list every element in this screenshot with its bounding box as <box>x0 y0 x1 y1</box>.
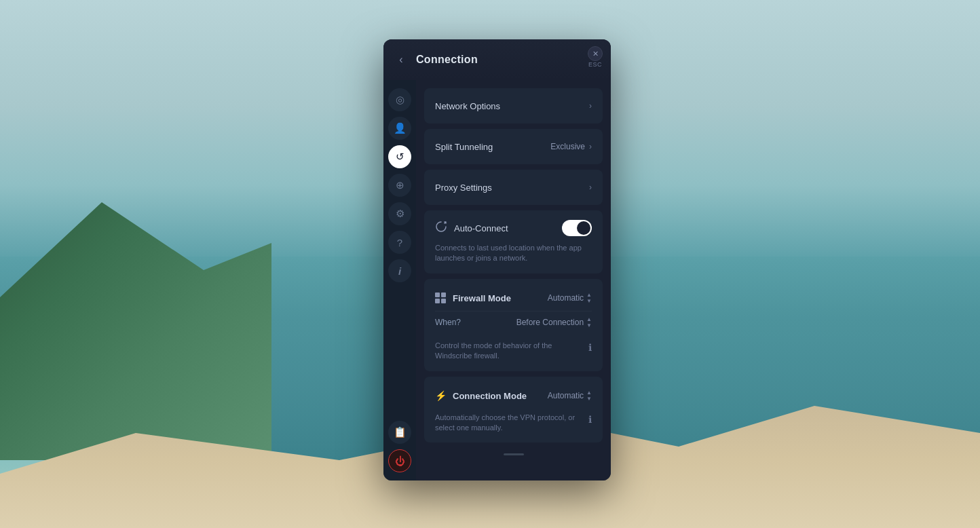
scroll-indicator <box>424 448 603 456</box>
scroll-dot <box>504 453 524 455</box>
auto-connect-icon <box>435 221 447 235</box>
connection-mode-card: ⚡ Connection Mode Automatic ▲ ▼ Automati… <box>424 377 603 443</box>
firewall-when-label: When? <box>435 318 461 327</box>
power-button[interactable]: ⏻ <box>388 449 411 472</box>
firewall-value: Automatic <box>548 293 584 303</box>
split-tunneling-item[interactable]: Split Tunneling Exclusive › <box>424 129 603 164</box>
content-area: ◎ 👤 ↺ ⊕ ⚙ ? i 📋 <box>383 80 611 480</box>
app-window: ‹ Connection ✕ ESC ◎ 👤 ↺ ⊕ ⚙ <box>383 39 611 480</box>
sidebar-item-account[interactable]: 👤 <box>388 117 411 140</box>
connection-mode-stepper[interactable]: ▲ ▼ <box>586 390 592 402</box>
firewall-when-value: Before Connection <box>516 318 584 327</box>
settings-icon: ⚙ <box>396 208 404 220</box>
globe-icon: ⊕ <box>396 179 404 191</box>
sidebar-item-settings[interactable]: ⚙ <box>388 202 411 225</box>
connection-mode-value-row[interactable]: Automatic ▲ ▼ <box>548 390 592 402</box>
firewall-description: Control the mode of behavior of the Wind… <box>435 341 583 362</box>
split-tunneling-value: Exclusive <box>550 142 585 151</box>
firewall-label: Firewall Mode <box>453 293 511 303</box>
network-options-right: › <box>589 101 592 111</box>
auto-connect-label-row: Auto-Connect <box>435 221 508 235</box>
sidebar-item-connection[interactable]: ↺ <box>388 145 411 168</box>
esc-label: ESC <box>588 61 602 68</box>
firewall-when-row: When? Before Connection ▲ ▼ <box>435 311 592 334</box>
network-options-label: Network Options <box>435 101 500 111</box>
firewall-value-row[interactable]: Automatic ▲ ▼ <box>548 293 592 304</box>
firewall-card: Firewall Mode Automatic ▲ ▼ When? Before… <box>424 279 603 371</box>
account-icon: 👤 <box>394 122 407 134</box>
toggle-knob <box>577 221 590 235</box>
power-icon: ⏻ <box>395 455 405 467</box>
network-options-item[interactable]: Network Options › <box>424 88 603 124</box>
sidebar-item-info[interactable]: i <box>388 259 411 282</box>
firewall-when-stepper[interactable]: ▲ ▼ <box>586 317 592 328</box>
clipboard-icon: 📋 <box>394 426 407 438</box>
connection-mode-description-row: Automatically choose the VPN protocol, o… <box>435 413 592 434</box>
connection-mode-description: Automatically choose the VPN protocol, o… <box>435 413 583 434</box>
sidebar-item-clipboard[interactable]: 📋 <box>388 421 411 444</box>
back-button[interactable]: ‹ <box>392 50 411 69</box>
sidebar-item-help[interactable]: ? <box>388 231 411 254</box>
proxy-settings-label: Proxy Settings <box>435 183 492 193</box>
split-tunneling-right: Exclusive › <box>550 142 592 151</box>
main-panel: Network Options › Split Tunneling Exclus… <box>416 80 611 480</box>
connection-mode-row: ⚡ Connection Mode Automatic ▲ ▼ <box>435 386 592 406</box>
proxy-settings-right: › <box>589 183 592 192</box>
auto-connect-label: Auto-Connect <box>454 223 508 233</box>
connection-mode-info-icon[interactable]: ℹ <box>588 413 592 427</box>
proxy-settings-item[interactable]: Proxy Settings › <box>424 170 603 205</box>
firewall-icon <box>435 293 446 303</box>
sidebar: ◎ 👤 ↺ ⊕ ⚙ ? i 📋 <box>383 80 416 480</box>
firewall-when-value-row[interactable]: Before Connection ▲ ▼ <box>516 317 592 328</box>
location-icon: ◎ <box>396 94 404 106</box>
close-button[interactable]: ✕ <box>588 46 603 61</box>
connection-mode-label-row: ⚡ Connection Mode <box>435 390 527 401</box>
split-tunneling-label: Split Tunneling <box>435 142 493 152</box>
auto-connect-row: Auto-Connect <box>435 220 592 236</box>
help-icon: ? <box>397 237 402 248</box>
firewall-stepper[interactable]: ▲ ▼ <box>586 293 592 304</box>
info-icon: i <box>398 265 401 277</box>
connection-mode-label: Connection Mode <box>453 391 527 401</box>
sidebar-item-location[interactable]: ◎ <box>388 88 411 111</box>
firewall-label-row: Firewall Mode <box>435 293 511 303</box>
window-title: Connection <box>416 54 478 66</box>
firewall-description-row: Control the mode of behavior of the Wind… <box>435 341 592 362</box>
connection-mode-icon: ⚡ <box>435 390 446 401</box>
network-options-chevron: › <box>589 101 592 111</box>
auto-connect-toggle[interactable] <box>562 220 592 236</box>
title-bar: ‹ Connection ✕ ESC <box>383 39 611 80</box>
auto-connect-description: Connects to last used location when the … <box>435 243 592 264</box>
auto-connect-card: Auto-Connect Connects to last used locat… <box>424 210 603 274</box>
sidebar-item-globe[interactable]: ⊕ <box>388 174 411 197</box>
firewall-row: Firewall Mode Automatic ▲ ▼ <box>435 288 592 308</box>
firewall-info-icon[interactable]: ℹ <box>588 341 592 355</box>
connection-icon: ↺ <box>396 151 404 163</box>
connection-mode-value: Automatic <box>548 391 584 400</box>
proxy-settings-chevron: › <box>589 183 592 192</box>
split-tunneling-chevron: › <box>589 142 592 151</box>
